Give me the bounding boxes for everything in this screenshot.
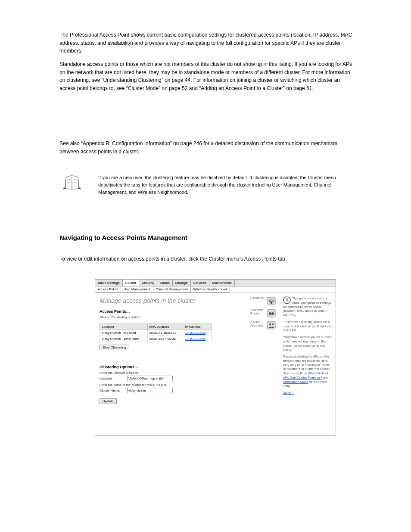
page-title: Manage access points in the cluster bbox=[100, 297, 243, 304]
section-access-points: Access Points… bbox=[100, 309, 243, 314]
tab-services[interactable]: Services bbox=[191, 280, 210, 286]
stats-sidebar: Clustered 2 Access Points 3 User Account… bbox=[249, 293, 280, 435]
main-panel: Manage access points in the cluster Acce… bbox=[95, 293, 249, 435]
subtab-access-points[interactable]: Access Points bbox=[95, 286, 121, 292]
stat-clustered-label: Clustered bbox=[250, 296, 265, 300]
stat-users-label: 3 User Accounts bbox=[250, 320, 265, 328]
access-points-table: Location MAC Address IP Address Vicky's … bbox=[100, 324, 212, 342]
stat-ap-label: 2 Access Points bbox=[250, 308, 265, 316]
tab-maintenance[interactable]: Maintenance bbox=[209, 280, 235, 286]
tab-security[interactable]: Security bbox=[139, 280, 157, 286]
cluster-name-desc: Enter the name of the cluster for this A… bbox=[100, 383, 243, 387]
svg-point-13 bbox=[269, 324, 271, 325]
tab-cluster[interactable]: Cluster bbox=[123, 280, 139, 286]
help-icon: ? bbox=[283, 296, 291, 304]
access-points-icon bbox=[267, 308, 276, 318]
para-detail: Standalone access points or those which … bbox=[59, 60, 352, 92]
stop-clustering-button[interactable]: Stop Clustering bbox=[100, 345, 129, 350]
ip-link[interactable]: 10.10.100.245 bbox=[185, 337, 206, 341]
ip-link[interactable]: 10.10.100.238 bbox=[185, 331, 206, 335]
cell-mac: 00:00:04:7F:00:00 bbox=[147, 336, 183, 342]
col-ip[interactable]: IP Address bbox=[183, 324, 212, 330]
svg-rect-12 bbox=[268, 321, 275, 329]
svg-point-14 bbox=[272, 324, 274, 325]
col-mac[interactable]: MAC Address bbox=[147, 324, 183, 330]
location-desc: Enter the location of this AP. bbox=[100, 371, 243, 375]
svg-rect-9 bbox=[268, 309, 275, 317]
col-location[interactable]: Location bbox=[100, 324, 148, 330]
tab-basic-settings[interactable]: Basic Settings bbox=[95, 280, 123, 286]
help-panel: ? This page shows current basic configur… bbox=[280, 293, 336, 435]
clustered-icon bbox=[267, 296, 276, 306]
admin-ui-screenshot: Basic Settings Cluster Security Status M… bbox=[95, 279, 336, 436]
help-text-2: To see the full configuration for a spec… bbox=[283, 320, 333, 333]
update-button[interactable]: Update bbox=[100, 398, 117, 404]
tab-manage[interactable]: Manage bbox=[173, 280, 191, 286]
help-text-3: Standalone access points or those which … bbox=[283, 335, 333, 352]
location-input[interactable] bbox=[127, 376, 173, 381]
sub-tabs: Access Points User Management Channel Ma… bbox=[95, 286, 336, 292]
cell-mac: 00:0C:41:16:A3:12 bbox=[147, 330, 183, 336]
clustering-status: Status: Clustering is online… bbox=[100, 315, 243, 319]
help-link-2[interactable]: Standalone Mode bbox=[283, 380, 308, 384]
subtab-wireless-neighborhood[interactable]: Wireless Neighborhood bbox=[191, 286, 230, 292]
tab-status[interactable]: Status bbox=[157, 280, 173, 286]
section-heading: Navigating to Access Points Management bbox=[59, 234, 187, 241]
svg-text:?: ? bbox=[286, 298, 289, 303]
section-clustering-options: Clustering Options… bbox=[100, 365, 243, 369]
note-text: If you are a new user, the clustering fe… bbox=[98, 174, 352, 196]
users-icon bbox=[267, 320, 276, 330]
main-tabs: Basic Settings Cluster Security Status M… bbox=[95, 280, 336, 286]
svg-rect-8 bbox=[271, 301, 272, 304]
cluster-name-input[interactable] bbox=[127, 388, 173, 393]
more-link[interactable]: More… bbox=[283, 391, 294, 395]
svg-point-11 bbox=[271, 312, 274, 315]
cell-location: Vicky's Office - lower shelf bbox=[100, 336, 148, 342]
location-label: Location: bbox=[100, 376, 127, 380]
subtab-channel-management[interactable]: Channel Management bbox=[153, 286, 191, 292]
cell-location: Vicky's Office - top shelf bbox=[100, 330, 148, 336]
para-intro: The Professional Access Point shows curr… bbox=[59, 31, 352, 55]
svg-point-10 bbox=[269, 312, 271, 315]
subtab-user-management[interactable]: User Management bbox=[121, 286, 153, 292]
para-ref: See also “Appendix B: Configuration Info… bbox=[59, 140, 352, 156]
para-nav: To view or edit information on access po… bbox=[59, 255, 352, 263]
note-icon bbox=[59, 174, 84, 191]
table-row: Vicky's Office - lower shelf 00:00:04:7F… bbox=[100, 336, 212, 342]
help-text-4: If you are looking for APs on the networ… bbox=[283, 355, 333, 388]
table-row: Vicky's Office - top shelf 00:0C:41:16:A… bbox=[100, 330, 212, 336]
cluster-name-label: Cluster Name: bbox=[100, 389, 127, 392]
